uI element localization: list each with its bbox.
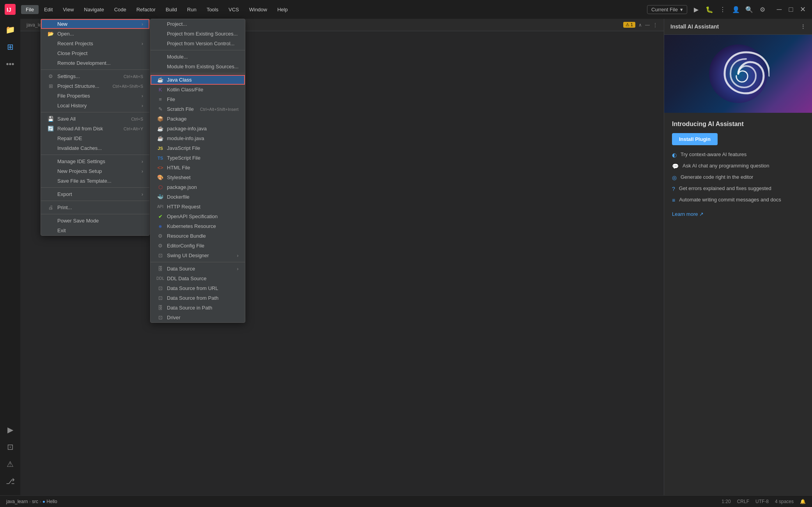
file-menu-save-all[interactable]: 💾 Save All Ctrl+S xyxy=(41,114,149,124)
new-datasource-in-path[interactable]: 🗄 Data Source in Path xyxy=(151,303,245,313)
new-html-file[interactable]: <> HTML File xyxy=(151,163,245,173)
status-line-ending[interactable]: CRLF xyxy=(737,499,749,504)
status-position[interactable]: 1:20 xyxy=(722,499,730,504)
file-menu-manage-ide[interactable]: Manage IDE Settings › xyxy=(41,157,149,166)
new-swing-ui[interactable]: ⊡ Swing UI Designer › xyxy=(151,251,245,260)
profile-icon[interactable]: 👤 xyxy=(732,5,740,14)
in-path-icon: 🗄 xyxy=(157,305,164,311)
options-icon[interactable]: ⋮ xyxy=(653,22,658,28)
play-icon[interactable]: ▶ xyxy=(692,5,700,14)
new-package[interactable]: 📦 Package xyxy=(151,114,245,124)
more-options-icon[interactable]: ⋮ xyxy=(718,5,727,14)
new-datasource-url-label: Data Source from URL xyxy=(167,285,218,291)
search-icon[interactable]: 🔍 xyxy=(745,5,753,14)
new-data-source[interactable]: 🗄 Data Source › xyxy=(151,264,245,274)
notifications-icon[interactable]: 🔔 xyxy=(800,499,806,504)
sidebar-icon-folder[interactable]: 📁 xyxy=(2,22,18,37)
file-menu-exit[interactable]: Exit xyxy=(41,226,149,235)
debug-icon[interactable]: 🐛 xyxy=(705,5,714,14)
file-menu-dropdown[interactable]: New › 📂 Open... Recent Projects › xyxy=(41,19,150,236)
new-scratch-file[interactable]: ✎ Scratch File Ctrl+Alt+Shift+Insert xyxy=(151,104,245,114)
status-encoding[interactable]: UTF-8 xyxy=(755,499,769,504)
new-http-request[interactable]: API HTTP Request xyxy=(151,202,245,212)
menu-help[interactable]: Help xyxy=(273,5,293,14)
menu-vcs[interactable]: VCS xyxy=(224,5,244,14)
new-module[interactable]: Module... xyxy=(151,52,245,62)
file-menu-project-structure[interactable]: ⊞ Project Structure... Ctrl+Alt+Shift+S xyxy=(41,81,149,91)
file-menu-file-props[interactable]: File Properties › xyxy=(41,91,149,101)
new-ts-file[interactable]: TS TypeScript File xyxy=(151,153,245,163)
sidebar-icon-more[interactable]: ••• xyxy=(2,56,18,72)
collapse-icon[interactable]: — xyxy=(645,22,650,28)
new-java-class[interactable]: ☕ Java Class xyxy=(151,75,245,85)
new-project-existing[interactable]: Project from Existing Sources... xyxy=(151,29,245,39)
menu-window[interactable]: Window xyxy=(245,5,272,14)
menu-run[interactable]: Run xyxy=(183,5,201,14)
file-menu-power-save[interactable]: Power Save Mode xyxy=(41,216,149,226)
ai-feature-5: ≡ Automate writing commit messages and d… xyxy=(672,197,804,203)
code-gen-icon: ◎ xyxy=(672,174,677,181)
new-datasource-path[interactable]: ⊡ Data Source from Path xyxy=(151,293,245,303)
new-project[interactable]: Project... xyxy=(151,19,245,29)
learn-more-link[interactable]: Learn more ↗ xyxy=(672,211,704,217)
new-module-info[interactable]: ☕ module-info.java xyxy=(151,133,245,143)
status-indent[interactable]: 4 spaces xyxy=(775,499,794,504)
file-menu-close[interactable]: Close Project xyxy=(41,48,149,58)
file-menu-recent[interactable]: Recent Projects › xyxy=(41,39,149,48)
new-ddl-data-source[interactable]: DDL DDL Data Source xyxy=(151,274,245,283)
new-kubernetes[interactable]: ⎈ Kubernetes Resource xyxy=(151,221,245,231)
file-menu-invalidate[interactable]: Invalidate Caches... xyxy=(41,143,149,153)
new-kotlin-class[interactable]: K Kotlin Class/File xyxy=(151,85,245,94)
file-menu-save-template[interactable]: Save File as Template... xyxy=(41,176,149,186)
maximize-button[interactable]: □ xyxy=(786,5,796,14)
new-stylesheet[interactable]: 🎨 Stylesheet xyxy=(151,173,245,182)
file-menu-reload[interactable]: 🔄 Reload All from Disk Ctrl+Alt+Y xyxy=(41,124,149,133)
package-info-icon: ☕ xyxy=(157,126,164,132)
new-datasource-url[interactable]: ⊡ Data Source from URL xyxy=(151,283,245,293)
new-editorconfig[interactable]: ⚙ EditorConfig File xyxy=(151,241,245,251)
menu-edit[interactable]: Edit xyxy=(39,5,57,14)
file-menu-settings[interactable]: ⚙ Settings... Ctrl+Alt+S xyxy=(41,71,149,81)
menu-build[interactable]: Build xyxy=(161,5,182,14)
file-menu-new[interactable]: New › xyxy=(41,19,149,29)
sidebar-icon-git[interactable]: ⎇ xyxy=(2,473,18,489)
file-menu-open[interactable]: 📂 Open... xyxy=(41,29,149,39)
menu-tools[interactable]: Tools xyxy=(202,5,223,14)
minimize-button[interactable]: ─ xyxy=(775,5,784,14)
close-button[interactable]: ✕ xyxy=(798,5,807,14)
new-driver[interactable]: ⊡ Driver xyxy=(151,313,245,322)
new-module-existing[interactable]: Module from Existing Sources... xyxy=(151,62,245,71)
sidebar-icon-problems[interactable]: ⚠ xyxy=(2,456,18,472)
new-dockerfile[interactable]: 🐳 Dockerfile xyxy=(151,192,245,202)
sidebar-icon-terminal[interactable]: ⊡ xyxy=(2,439,18,455)
file-menu-new-projects-setup[interactable]: New Projects Setup › xyxy=(41,166,149,176)
expand-icon[interactable]: ∧ xyxy=(638,22,642,28)
run-config[interactable]: Current File ▾ xyxy=(647,5,687,14)
new-package-info[interactable]: ☕ package-info.java xyxy=(151,124,245,133)
file-menu-repair[interactable]: Repair IDE xyxy=(41,133,149,143)
file-menu-local-history[interactable]: Local History › xyxy=(41,101,149,110)
new-js-file[interactable]: JS JavaScript File xyxy=(151,143,245,153)
errors-icon: ? xyxy=(672,186,675,192)
sidebar-icon-structure[interactable]: ⊞ xyxy=(2,39,18,55)
menu-file[interactable]: File xyxy=(21,5,39,14)
settings-icon[interactable]: ⚙ xyxy=(758,5,767,14)
new-module-existing-label: Module from Existing Sources... xyxy=(167,64,239,69)
menu-refactor[interactable]: Refactor xyxy=(132,5,160,14)
menu-code[interactable]: Code xyxy=(110,5,131,14)
file-menu-print[interactable]: 🖨 Print... xyxy=(41,203,149,212)
file-menu-export[interactable]: Export › xyxy=(41,189,149,199)
new-submenu[interactable]: Project... Project from Existing Sources… xyxy=(150,19,245,323)
file-menu-remote[interactable]: Remote Development... xyxy=(41,58,149,68)
new-package-json[interactable]: ⬡ package.json xyxy=(151,182,245,192)
sidebar-icon-run[interactable]: ▶ xyxy=(2,422,18,438)
menu-navigate[interactable]: Navigate xyxy=(79,5,108,14)
new-project-existing-label: Project from Existing Sources... xyxy=(167,31,238,37)
new-openapi[interactable]: ✔ OpenAPI Specification xyxy=(151,212,245,221)
new-project-vcs[interactable]: Project from Version Control... xyxy=(151,39,245,48)
new-file[interactable]: ≡ File xyxy=(151,94,245,104)
new-resource-bundle[interactable]: ⚙ Resource Bundle xyxy=(151,231,245,241)
ai-panel-more-icon[interactable]: ⋮ xyxy=(800,23,806,30)
install-plugin-button[interactable]: Install Plugin xyxy=(672,133,718,145)
menu-view[interactable]: View xyxy=(58,5,78,14)
